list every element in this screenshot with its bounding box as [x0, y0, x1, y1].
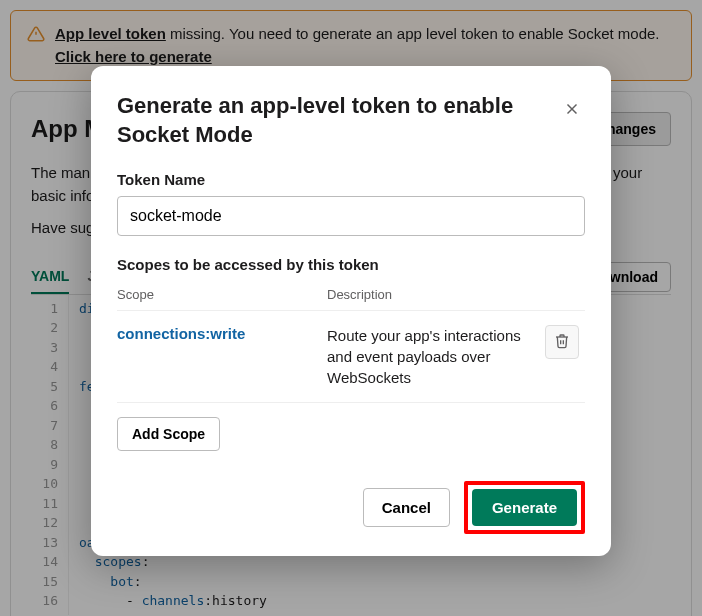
col-desc-header: Description	[327, 287, 545, 302]
scopes-label: Scopes to be accessed by this token	[117, 256, 585, 273]
scope-row: connections:write Route your app's inter…	[117, 311, 585, 403]
modal: Generate an app-level token to enable So…	[91, 66, 611, 556]
add-scope-button[interactable]: Add Scope	[117, 417, 220, 451]
col-scope-header: Scope	[117, 287, 327, 302]
token-name-input[interactable]	[117, 196, 585, 236]
trash-icon	[554, 333, 570, 352]
scope-name[interactable]: connections:write	[117, 325, 245, 342]
highlight-annotation: Generate	[464, 481, 585, 534]
close-button[interactable]	[559, 96, 585, 125]
generate-button[interactable]: Generate	[472, 489, 577, 526]
scope-description: Route your app's interactions and event …	[327, 325, 545, 388]
cancel-button[interactable]: Cancel	[363, 488, 450, 527]
modal-overlay: Generate an app-level token to enable So…	[0, 0, 702, 616]
close-icon	[563, 106, 581, 121]
delete-scope-button[interactable]	[545, 325, 579, 359]
modal-title: Generate an app-level token to enable So…	[117, 92, 539, 149]
token-name-label: Token Name	[117, 171, 585, 188]
